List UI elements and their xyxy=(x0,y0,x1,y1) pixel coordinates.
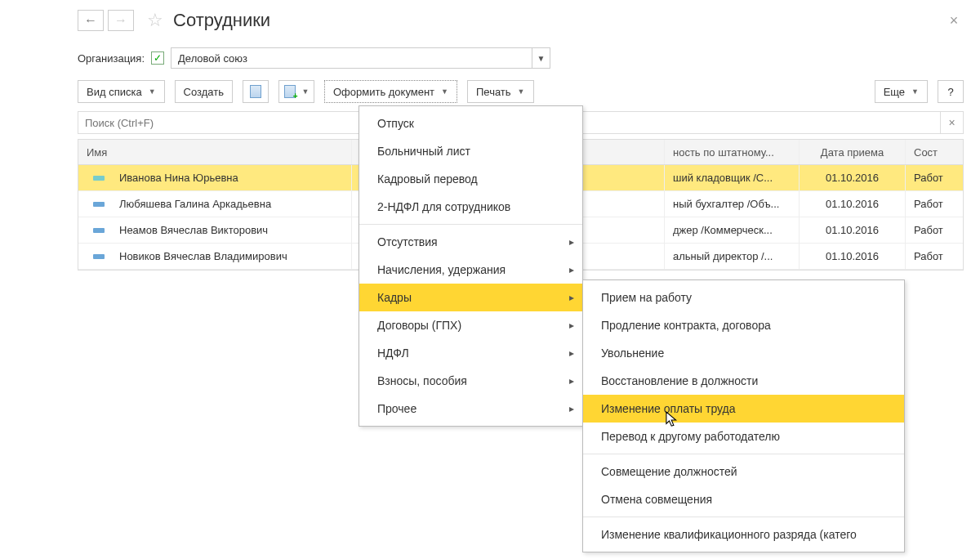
sheet-icon xyxy=(250,85,261,98)
document-menu-item[interactable]: Больничный лист xyxy=(359,137,582,165)
make-document-button[interactable]: Оформить документ▼ xyxy=(324,80,457,103)
employee-name: Новиков Вячеслав Владимирович xyxy=(119,250,287,262)
employee-position: ший кладовщик /С... xyxy=(665,165,800,190)
document-menu-item[interactable]: 2-НДФЛ для сотрудников xyxy=(359,193,582,221)
list-icon-button[interactable] xyxy=(243,80,269,103)
document-menu-separator xyxy=(359,224,582,225)
document-menu-item[interactable]: Кадровый перевод xyxy=(359,165,582,193)
employee-state: Работ xyxy=(906,217,963,243)
col-staff-position[interactable]: ность по штатному... xyxy=(665,140,800,164)
employee-state: Работ xyxy=(906,244,963,269)
row-status-icon xyxy=(93,228,105,233)
document-menu-item[interactable]: Отсутствия xyxy=(359,228,582,256)
create-button[interactable]: Создать xyxy=(175,80,233,103)
row-status-icon xyxy=(93,176,105,181)
employee-position: джер /Коммерческ... xyxy=(665,217,800,243)
organization-checkbox[interactable]: ✓ xyxy=(151,51,164,65)
nav-forward-button[interactable]: → xyxy=(108,10,134,31)
employee-name: Неамов Вячеслав Викторович xyxy=(119,224,268,236)
employee-state: Работ xyxy=(906,165,963,190)
document-menu-item[interactable]: Отпуск xyxy=(359,110,582,137)
search-clear-button[interactable]: × xyxy=(941,111,964,134)
employee-hire-date: 01.10.2016 xyxy=(800,244,906,269)
organization-value: Деловой союз xyxy=(172,52,532,65)
document-menu: ОтпускБольничный листКадровый перевод2-Н… xyxy=(359,105,583,271)
close-icon[interactable]: × xyxy=(944,12,964,29)
organization-select[interactable]: Деловой союз ▼ xyxy=(171,47,550,69)
employee-hire-date: 01.10.2016 xyxy=(800,217,906,243)
star-icon[interactable]: ☆ xyxy=(147,10,163,31)
employee-name: Любяшева Галина Аркадьевна xyxy=(119,198,271,210)
document-menu-item[interactable]: Начисления, удержания xyxy=(359,256,582,271)
employee-hire-date: 01.10.2016 xyxy=(800,165,906,190)
employee-name: Иванова Нина Юрьевна xyxy=(119,172,238,184)
employee-position: альный директор /... xyxy=(665,244,800,269)
row-status-icon xyxy=(93,254,105,259)
sheet-add-button[interactable]: ▼ xyxy=(278,80,314,103)
organization-label: Организация: xyxy=(78,52,145,65)
col-name[interactable]: Имя xyxy=(78,140,352,164)
employee-hire-date: 01.10.2016 xyxy=(800,191,906,217)
employee-state: Работ xyxy=(906,191,963,217)
col-state[interactable]: Сост xyxy=(906,140,963,164)
row-status-icon xyxy=(93,202,105,207)
employee-position: ный бухгалтер /Объ... xyxy=(665,191,800,217)
nav-back-button[interactable]: ← xyxy=(78,10,104,31)
page-title: Сотрудники xyxy=(173,10,270,31)
chevron-down-icon[interactable]: ▼ xyxy=(532,48,550,68)
print-button[interactable]: Печать▼ xyxy=(467,80,534,103)
view-list-button[interactable]: Вид списка▼ xyxy=(78,80,165,103)
col-hire-date[interactable]: Дата приема xyxy=(800,140,906,164)
help-button[interactable]: ? xyxy=(938,80,964,103)
more-button[interactable]: Еще▼ xyxy=(875,80,928,103)
sheet-plus-icon xyxy=(284,85,296,98)
